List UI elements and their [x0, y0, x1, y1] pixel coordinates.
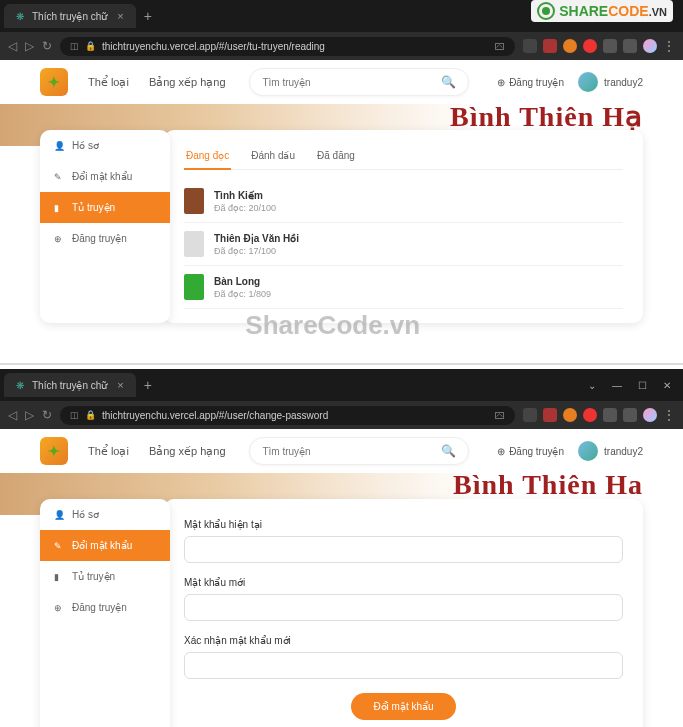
- story-title: Thiên Địa Văn Hồi: [214, 233, 623, 244]
- sidebar-item-bookshelf[interactable]: ▮Tủ truyện: [40, 561, 170, 592]
- forward-button[interactable]: ▷: [25, 39, 34, 53]
- menu-icon[interactable]: ⋮: [663, 408, 675, 422]
- site-info-icon[interactable]: ◫: [70, 41, 79, 51]
- share-icon[interactable]: ⮹: [495, 41, 505, 52]
- extensions-menu-icon[interactable]: [623, 39, 637, 53]
- sidebar-item-password[interactable]: ✎Đổi mật khẩu: [40, 161, 170, 192]
- post-story-link[interactable]: ⊕Đăng truyện: [497, 77, 564, 88]
- nav-rankings[interactable]: Bảng xếp hạng: [149, 76, 226, 89]
- extension-icon[interactable]: [563, 39, 577, 53]
- lock-icon: 🔒: [85, 410, 96, 420]
- extension-icon[interactable]: [523, 39, 537, 53]
- upload-icon: ⊕: [54, 234, 64, 244]
- sidebar-item-bookshelf[interactable]: ▮Tủ truyện: [40, 192, 170, 223]
- sidebar: 👤Hồ sơ ✎Đổi mật khẩu ▮Tủ truyện ⊕Đăng tr…: [40, 130, 170, 323]
- main-panel: Mật khẩu hiện tại Mật khẩu mới Xác nhận …: [164, 499, 643, 727]
- extension-icon[interactable]: [603, 408, 617, 422]
- site-logo[interactable]: ✦: [40, 68, 68, 96]
- site-info-icon[interactable]: ◫: [70, 410, 79, 420]
- extension-icon[interactable]: [583, 408, 597, 422]
- tab-title: Thích truyện chữ: [32, 380, 107, 391]
- tab-reading[interactable]: Đang đọc: [184, 144, 231, 169]
- search-box[interactable]: 🔍: [249, 437, 469, 465]
- new-tab-button[interactable]: +: [144, 8, 152, 24]
- upload-icon: ⊕: [54, 603, 64, 613]
- menu-icon[interactable]: ⋮: [663, 39, 675, 53]
- back-button[interactable]: ◁: [8, 39, 17, 53]
- extension-icon[interactable]: [523, 408, 537, 422]
- search-input[interactable]: [262, 446, 441, 457]
- search-input[interactable]: [262, 77, 441, 88]
- sidebar-item-profile[interactable]: 👤Hồ sơ: [40, 130, 170, 161]
- reload-button[interactable]: ↻: [42, 39, 52, 53]
- back-button[interactable]: ◁: [8, 408, 17, 422]
- submit-button[interactable]: Đổi mật khẩu: [351, 693, 455, 720]
- nav-categories[interactable]: Thể loại: [88, 445, 129, 458]
- close-icon[interactable]: ✕: [659, 378, 675, 393]
- address-bar[interactable]: ◫ 🔒 thichtruyenchu.vercel.app/#/user/cha…: [60, 406, 515, 425]
- post-story-link[interactable]: ⊕Đăng truyện: [497, 446, 564, 457]
- extension-icon[interactable]: [543, 39, 557, 53]
- story-list: Tình Kiếm Đã đọc: 20/100 Thiên Địa Văn H…: [184, 180, 623, 309]
- favicon-icon: ❋: [16, 11, 26, 21]
- sidebar-item-password[interactable]: ✎Đổi mật khẩu: [40, 530, 170, 561]
- tab-posted[interactable]: Đã đăng: [315, 144, 357, 169]
- search-icon[interactable]: 🔍: [441, 75, 456, 89]
- browser-tab[interactable]: ❋ Thích truyện chữ ×: [4, 373, 136, 397]
- address-bar[interactable]: ◫ 🔒 thichtruyenchu.vercel.app/#/user/tu-…: [60, 37, 515, 56]
- extension-icon[interactable]: [603, 39, 617, 53]
- new-tab-button[interactable]: +: [144, 377, 152, 393]
- share-icon[interactable]: ⮹: [495, 410, 505, 421]
- browser-toolbar: ◁ ▷ ↻ ◫ 🔒 thichtruyenchu.vercel.app/#/us…: [0, 401, 683, 429]
- profile-icon[interactable]: [643, 408, 657, 422]
- user-icon: 👤: [54, 510, 64, 520]
- story-row[interactable]: Thiên Địa Văn Hồi Đã đọc: 17/100: [184, 223, 623, 266]
- minimize-icon[interactable]: —: [608, 378, 626, 393]
- label-confirm-password: Xác nhận mật khẩu mới: [184, 635, 623, 646]
- new-password-input[interactable]: [184, 594, 623, 621]
- extensions-menu-icon[interactable]: [623, 408, 637, 422]
- story-title: Tình Kiếm: [214, 190, 623, 201]
- story-thumbnail: [184, 231, 204, 257]
- site-logo[interactable]: ✦: [40, 437, 68, 465]
- tab-title: Thích truyện chữ: [32, 11, 107, 22]
- browser-tab[interactable]: ❋ Thích truyện chữ ×: [4, 4, 136, 28]
- site-header: ✦ Thể loại Bảng xếp hạng 🔍 ⊕Đăng truyện …: [0, 429, 683, 473]
- browser-titlebar: ❋ Thích truyện chữ × + ⌄ — ☐ ✕: [0, 369, 683, 401]
- current-password-input[interactable]: [184, 536, 623, 563]
- extension-icon[interactable]: [583, 39, 597, 53]
- user-menu[interactable]: tranduy2: [578, 72, 643, 92]
- search-box[interactable]: 🔍: [249, 68, 469, 96]
- confirm-password-input[interactable]: [184, 652, 623, 679]
- url-text: thichtruyenchu.vercel.app/#/user/tu-truy…: [102, 41, 489, 52]
- nav-rankings[interactable]: Bảng xếp hạng: [149, 445, 226, 458]
- extension-icon[interactable]: [543, 408, 557, 422]
- book-icon: ▮: [54, 572, 64, 582]
- story-progress: Đã đọc: 20/100: [214, 203, 623, 213]
- reload-button[interactable]: ↻: [42, 408, 52, 422]
- favicon-icon: ❋: [16, 380, 26, 390]
- user-menu[interactable]: tranduy2: [578, 441, 643, 461]
- arc-icon[interactable]: ⌄: [584, 378, 600, 393]
- username: tranduy2: [604, 77, 643, 88]
- pencil-icon: ✎: [54, 172, 64, 182]
- profile-icon[interactable]: [643, 39, 657, 53]
- forward-button[interactable]: ▷: [25, 408, 34, 422]
- search-icon[interactable]: 🔍: [441, 444, 456, 458]
- user-icon: 👤: [54, 141, 64, 151]
- site-header: ✦ Thể loại Bảng xếp hạng 🔍 ⊕Đăng truyện …: [0, 60, 683, 104]
- sidebar-item-profile[interactable]: 👤Hồ sơ: [40, 499, 170, 530]
- story-title: Bàn Long: [214, 276, 623, 287]
- pencil-icon: ✎: [54, 541, 64, 551]
- nav-categories[interactable]: Thể loại: [88, 76, 129, 89]
- story-row[interactable]: Tình Kiếm Đã đọc: 20/100: [184, 180, 623, 223]
- close-tab-icon[interactable]: ×: [117, 379, 123, 391]
- extension-icon[interactable]: [563, 408, 577, 422]
- sidebar-item-post[interactable]: ⊕Đăng truyện: [40, 223, 170, 254]
- maximize-icon[interactable]: ☐: [634, 378, 651, 393]
- tab-bookmarked[interactable]: Đánh dấu: [249, 144, 297, 169]
- story-row[interactable]: Bàn Long Đã đọc: 1/809: [184, 266, 623, 309]
- hero-title: Bình Thiên Hạ: [450, 104, 643, 133]
- close-tab-icon[interactable]: ×: [117, 10, 123, 22]
- sidebar-item-post[interactable]: ⊕Đăng truyện: [40, 592, 170, 623]
